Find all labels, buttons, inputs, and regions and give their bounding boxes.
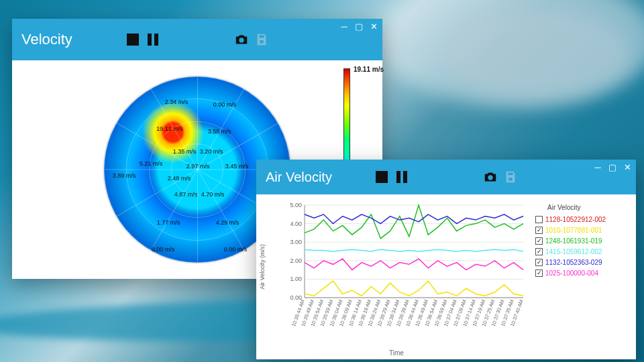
legend-label: 1248-1061931-019: [545, 237, 602, 245]
minimize-button[interactable]: ─: [339, 21, 349, 31]
legend-row: 1132-1052363-029: [535, 257, 629, 267]
stop-button[interactable]: [374, 170, 389, 184]
ytick-label: 5.00: [290, 202, 302, 208]
polar-label: 1.77 m/s: [157, 219, 180, 226]
ytick-label: 1.00: [290, 276, 302, 282]
legend-checkbox[interactable]: [535, 248, 543, 255]
polar-label: 0.00 m/s: [213, 101, 237, 108]
legend-checkbox[interactable]: [535, 237, 543, 245]
legend-label: 1415-1059612-002: [545, 248, 602, 255]
polar-label: 4.87 m/s: [174, 191, 198, 198]
air-line-chart: 0.001.002.003.004.005.0010:35:44 AM10:35…: [284, 201, 526, 335]
camera-icon[interactable]: [234, 32, 249, 47]
air-ylabel: Air Velocity (m/s): [259, 244, 266, 290]
legend-row: 1025-100000-004: [535, 267, 629, 278]
polar-label: 5.21 m/s: [140, 160, 163, 167]
ytick-label: 3.00: [290, 239, 302, 245]
series-line: [305, 205, 523, 239]
ytick-label: 4.00: [290, 221, 302, 227]
legend-row: 1010-1077881-001: [535, 225, 629, 235]
close-button[interactable]: ✕: [369, 21, 378, 31]
legend-label: 1010-1077881-001: [545, 227, 602, 234]
maximize-button[interactable]: ▢: [354, 21, 364, 31]
stop-button[interactable]: [125, 32, 140, 47]
polar-label: 2.97 m/s: [186, 163, 210, 170]
polar-label: 2.48 m/s: [168, 175, 191, 182]
legend-checkbox[interactable]: [535, 227, 543, 234]
polar-label: 19.11 m/s: [156, 125, 183, 132]
polar-label: 1.35 m/s: [173, 148, 197, 155]
polar-label: 0.00 m/s: [152, 246, 175, 253]
ytick-label: 2.00: [290, 257, 302, 264]
polar-label: 2.34 m/s: [165, 99, 189, 105]
polar-label: 0.00 m/s: [224, 246, 248, 253]
air-legend: Air Velocity 1128-10522912-0021010-10778…: [535, 204, 629, 278]
legend-checkbox[interactable]: [535, 216, 543, 223]
velocity-title: Velocity: [21, 31, 72, 48]
legend-row: 1248-1061931-019: [535, 235, 629, 246]
legend-row: 1415-1059612-002: [535, 246, 629, 257]
save-icon: [503, 170, 518, 184]
series-line: [305, 249, 523, 251]
legend-checkbox[interactable]: [535, 269, 543, 277]
polar-label: 3.20 m/s: [200, 148, 223, 155]
air-title: Air Velocity: [266, 170, 332, 185]
minimize-button[interactable]: ─: [593, 162, 602, 172]
legend-row: 1128-10522912-002: [535, 214, 629, 225]
polar-label: 3.55 m/s: [208, 128, 231, 135]
velocity-colorbar: [343, 68, 350, 162]
legend-label: 1025-100000-004: [545, 269, 598, 277]
camera-icon[interactable]: [483, 170, 498, 184]
close-button[interactable]: ✕: [623, 162, 632, 172]
polar-label: 4.70 m/s: [201, 191, 225, 198]
velocity-colorbar-max: 19.11 m/s: [354, 66, 384, 73]
maximize-button[interactable]: ▢: [608, 162, 617, 172]
pause-button[interactable]: [394, 170, 409, 184]
air-velocity-window: Air Velocity ─ ▢ ✕ Air Velocity (m/s): [256, 160, 636, 359]
polar-label: 3.89 m/s: [113, 172, 136, 179]
air-legend-header: Air Velocity: [547, 204, 629, 211]
legend-label: 1128-10522912-002: [545, 216, 606, 223]
pause-button[interactable]: [146, 32, 160, 47]
legend-label: 1132-1052363-029: [545, 259, 602, 266]
series-line: [305, 281, 523, 296]
polar-label: 3.45 m/s: [225, 163, 249, 170]
air-xlabel: Time: [389, 349, 404, 357]
legend-checkbox[interactable]: [535, 259, 543, 266]
air-body: Air Velocity (m/s) 0.001.002.003.004.005…: [256, 194, 636, 359]
air-titlebar: Air Velocity ─ ▢ ✕: [256, 160, 636, 194]
save-icon: [254, 32, 269, 47]
polar-label: 4.29 m/s: [216, 219, 239, 226]
velocity-titlebar: Velocity ─ ▢ ✕: [12, 19, 382, 60]
